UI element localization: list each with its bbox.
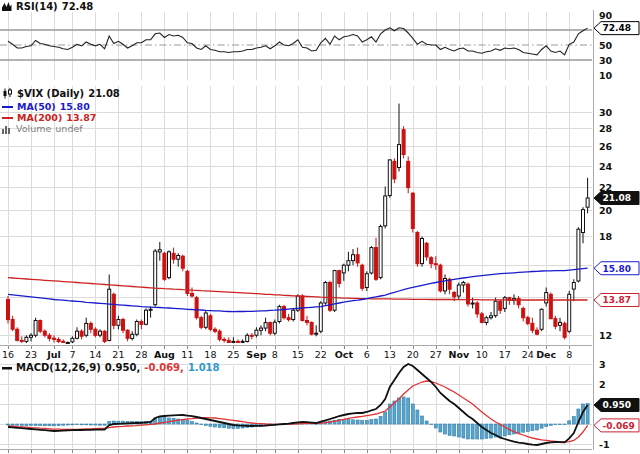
- svg-text:8: 8: [272, 349, 278, 360]
- ma50-label: MA(50): [17, 101, 56, 112]
- tag-text: 0.950: [603, 400, 631, 410]
- ma50-legend: MA(50) 15.80: [2, 101, 90, 112]
- tag-text: 72.48: [603, 23, 631, 33]
- svg-text:10: 10: [476, 349, 488, 360]
- svg-text:10: 10: [599, 70, 613, 81]
- macd-label: MACD(12,26,9): [16, 362, 101, 373]
- svg-text:12: 12: [599, 330, 612, 341]
- ma200-line-icon: [2, 117, 13, 119]
- ma200-value: 13.87: [66, 112, 96, 123]
- symbol-label: $VIX (Daily): [17, 88, 84, 99]
- svg-text:24: 24: [522, 349, 534, 360]
- svg-text:90: 90: [599, 10, 613, 21]
- macd-value: 0.950,: [105, 362, 140, 373]
- svg-text:Sep: Sep: [246, 349, 266, 360]
- area-chart-icon: [2, 1, 12, 12]
- candlestick-icon: [2, 88, 13, 99]
- svg-text:Aug: Aug: [154, 349, 175, 360]
- ma50-value: 15.80: [60, 101, 90, 112]
- svg-text:24: 24: [599, 161, 613, 172]
- ma200-legend: MA(200) 13.87: [2, 112, 96, 123]
- panel-frames: [0, 10, 594, 453]
- svg-text:11: 11: [181, 349, 193, 360]
- svg-text:25: 25: [227, 349, 239, 360]
- stockchart-window: 90503010302826242220181232-11623Jul71421…: [0, 0, 640, 454]
- svg-text:Dec: Dec: [536, 349, 556, 360]
- rsi-legend-label: RSI(14): [16, 1, 58, 12]
- svg-text:7: 7: [69, 349, 75, 360]
- rsi-legend: RSI(14) 72.48: [2, 1, 93, 12]
- svg-text:17: 17: [499, 349, 511, 360]
- svg-text:18: 18: [599, 231, 613, 242]
- last-price-label: 21.08: [88, 88, 120, 99]
- svg-text:23: 23: [25, 349, 37, 360]
- svg-text:Oct: Oct: [335, 349, 354, 360]
- svg-text:20: 20: [407, 349, 419, 360]
- svg-text:50: 50: [599, 40, 613, 51]
- macd-signal-value: -0.069,: [144, 362, 184, 373]
- price-legend-title: $VIX (Daily) 21.08: [2, 88, 120, 99]
- tag-text: 13.87: [603, 295, 631, 305]
- svg-text:15: 15: [292, 349, 304, 360]
- volume-bars-icon: [2, 124, 12, 134]
- svg-text:16: 16: [2, 349, 14, 360]
- svg-text:3: 3: [599, 359, 606, 370]
- ma50-line-icon: [2, 106, 13, 108]
- rsi-legend-value: 72.48: [62, 1, 94, 12]
- svg-text:Jul: Jul: [46, 349, 61, 360]
- svg-text:22: 22: [315, 349, 327, 360]
- gridlines: [0, 12, 592, 448]
- svg-text:26: 26: [599, 141, 613, 152]
- volume-value: undef: [55, 123, 82, 134]
- tag-text: 15.80: [603, 264, 631, 274]
- svg-text:28: 28: [599, 123, 613, 134]
- svg-text:13: 13: [384, 349, 396, 360]
- chart-canvas: 90503010302826242220181232-11623Jul71421…: [0, 0, 640, 454]
- svg-text:28: 28: [135, 349, 147, 360]
- svg-text:8: 8: [566, 349, 572, 360]
- volume-label: Volume: [16, 123, 51, 134]
- macd-line-icon: [2, 366, 12, 370]
- volume-legend: Volume undef: [2, 123, 83, 134]
- svg-text:21: 21: [112, 349, 124, 360]
- svg-text:6: 6: [364, 349, 370, 360]
- tag-text: 21.08: [603, 193, 631, 203]
- svg-text:18: 18: [204, 349, 216, 360]
- svg-text:-1: -1: [599, 439, 610, 450]
- svg-text:Nov: Nov: [448, 349, 469, 360]
- svg-text:2: 2: [599, 379, 606, 390]
- macd-hist-value: 1.018: [188, 362, 220, 373]
- svg-text:30: 30: [599, 107, 613, 118]
- macd-legend: MACD(12,26,9) 0.950, -0.069, 1.018: [2, 362, 220, 373]
- tag-text: -0.069: [603, 421, 635, 431]
- svg-text:27: 27: [430, 349, 442, 360]
- ma200-label: MA(200): [17, 112, 62, 123]
- svg-text:14: 14: [89, 349, 101, 360]
- svg-text:30: 30: [599, 55, 613, 66]
- svg-text:20: 20: [599, 205, 613, 216]
